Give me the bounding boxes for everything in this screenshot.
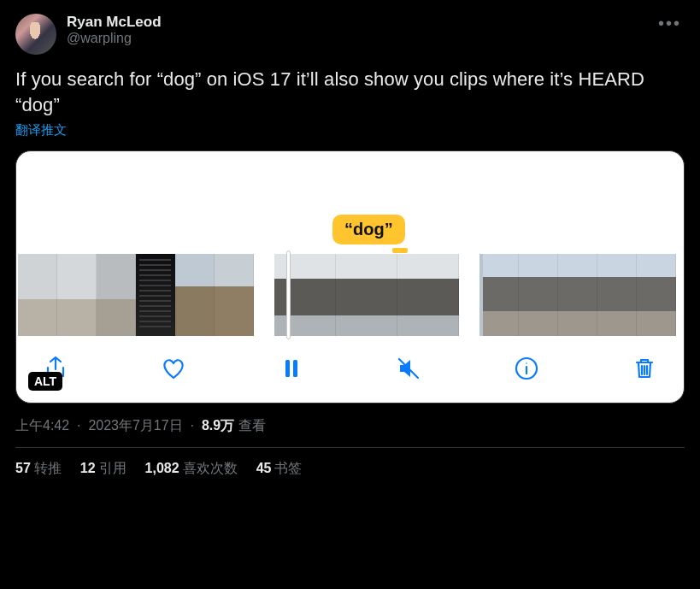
clip-group-2[interactable] [274,254,459,336]
author-names[interactable]: Ryan McLeod @warpling [67,14,644,46]
quotes-label: 引用 [99,461,126,475]
alt-badge[interactable]: ALT [28,372,62,391]
stat-quotes[interactable]: 12引用 [80,460,126,478]
date[interactable]: 2023年7月17日 [88,418,182,433]
tweet-header: Ryan McLeod @warpling ••• [15,14,685,55]
translate-link[interactable]: 翻译推文 [15,122,685,138]
pause-icon[interactable] [276,353,307,384]
svg-rect-1 [293,360,297,377]
tweet-meta: 上午4:42 · 2023年7月17日 · 8.9万 查看 [15,417,685,447]
tweet-container: Ryan McLeod @warpling ••• If you search … [0,0,700,492]
frame [57,254,97,336]
likes-label: 喜欢次数 [183,461,238,475]
svg-rect-0 [285,360,290,377]
video-timeline[interactable] [16,254,684,336]
bookmarks-count: 45 [256,461,272,475]
media-card[interactable]: “dog” [15,150,685,403]
views-count[interactable]: 8.9万 [202,418,234,433]
bookmarks-label: 书签 [274,461,302,475]
frame [215,254,254,336]
svg-point-3 [526,363,527,365]
likes-count: 1,082 [145,461,179,475]
media-top: “dog” [16,151,684,254]
stat-bookmarks[interactable]: 45书签 [256,460,303,478]
heart-icon[interactable] [158,353,189,384]
frame [637,254,676,336]
display-name: Ryan McLeod [67,14,644,31]
frame [597,254,637,336]
frame [97,254,136,336]
trash-icon[interactable] [629,353,660,384]
time[interactable]: 上午4:42 [15,418,69,433]
frame [558,254,597,336]
stat-retweets[interactable]: 57转推 [15,460,62,478]
frame [479,254,519,336]
media-toolbar [16,336,684,403]
frame [175,254,215,336]
clip-group-1[interactable] [18,254,254,336]
caption-tag: “dog” [332,215,405,244]
tweet-text: If you search for “dog” on iOS 17 it’ll … [15,67,685,117]
frame [18,254,57,336]
frame [397,254,459,336]
mute-icon[interactable] [393,353,424,384]
more-icon[interactable]: ••• [655,14,685,32]
info-icon[interactable] [511,353,542,384]
frame [336,254,397,336]
frame [519,254,558,336]
quotes-count: 12 [80,461,96,475]
frame [136,254,175,336]
stat-likes[interactable]: 1,082喜欢次数 [145,460,238,478]
retweets-label: 转推 [34,461,62,475]
tweet-stats: 57转推 12引用 1,082喜欢次数 45书签 [15,460,685,478]
frame [274,254,336,336]
avatar[interactable] [15,14,56,55]
playhead[interactable] [286,250,291,339]
views-label: 查看 [238,418,266,433]
handle: @warpling [67,31,644,46]
caption-tick [392,248,408,253]
divider [15,447,685,448]
clip-group-3[interactable] [479,254,676,336]
retweets-count: 57 [15,461,31,475]
